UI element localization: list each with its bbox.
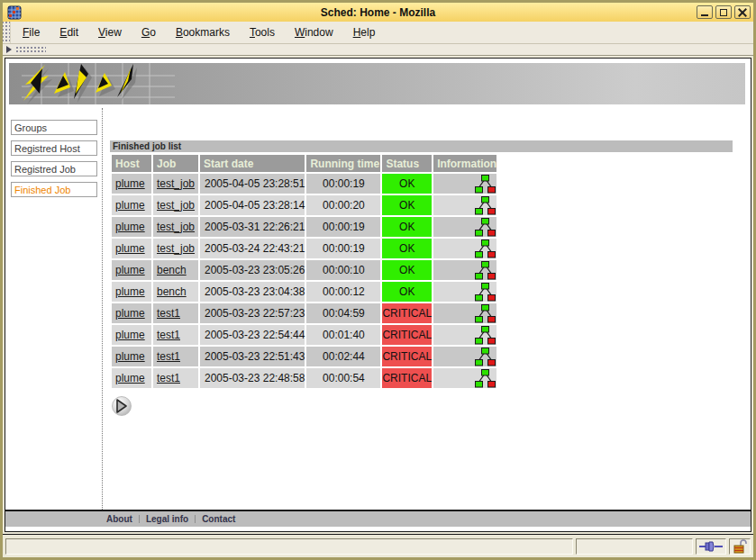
footer-link-contact[interactable]: Contact xyxy=(202,514,235,524)
job-tree-icon xyxy=(475,326,496,345)
job-link[interactable]: test1 xyxy=(157,350,180,363)
sidebar-item-registred-host[interactable]: Registred Host xyxy=(11,140,97,156)
collapsed-toolbar xyxy=(3,44,753,56)
information-cell[interactable] xyxy=(433,368,496,388)
start-date-cell: 2005-03-31 22:26:21 xyxy=(200,217,305,237)
job-link[interactable]: test_job xyxy=(157,199,195,212)
information-cell[interactable] xyxy=(433,325,496,345)
security-button[interactable] xyxy=(729,538,751,555)
menu-file[interactable]: File xyxy=(14,23,48,41)
start-date-cell: 2005-03-23 22:51:43 xyxy=(200,347,305,366)
host-link[interactable]: plume xyxy=(115,264,145,276)
host-link[interactable]: plume xyxy=(115,307,145,320)
job-tree-icon xyxy=(475,283,496,302)
job-tree-icon xyxy=(475,175,496,194)
sidebar-item-registred-job[interactable]: Registred Job xyxy=(11,161,97,176)
table-row: plume test_job 2005-03-31 22:26:21 00:00… xyxy=(112,217,496,237)
main-content: Finished job list HostJobStart dateRunni… xyxy=(102,108,751,510)
status-badge: CRITICAL xyxy=(382,303,432,323)
next-page-button[interactable] xyxy=(112,396,132,416)
host-link[interactable]: plume xyxy=(115,177,145,190)
start-date-cell: 2005-03-23 23:05:26 xyxy=(200,260,305,280)
footer-link-about[interactable]: About xyxy=(106,514,132,524)
host-link[interactable]: plume xyxy=(115,199,145,212)
job-link[interactable]: bench xyxy=(157,285,187,298)
host-link[interactable]: plume xyxy=(115,285,145,298)
running-time-cell: 00:00:20 xyxy=(306,195,380,215)
minimize-icon xyxy=(701,14,708,16)
toolbar-grippy-icon[interactable] xyxy=(3,22,11,43)
sidebar-item-groups[interactable]: Groups xyxy=(11,120,97,135)
column-header-job: Job xyxy=(153,155,198,172)
menu-go[interactable]: Go xyxy=(133,23,164,41)
unlock-icon xyxy=(733,539,747,554)
table-row: plume bench 2005-03-23 23:05:26 00:00:10… xyxy=(112,260,496,280)
table-row: plume test1 2005-03-23 22:57:23 00:04:59… xyxy=(112,303,496,323)
job-link[interactable]: test_job xyxy=(157,221,195,233)
information-cell[interactable] xyxy=(433,174,496,194)
information-cell[interactable] xyxy=(433,303,496,323)
running-time-cell: 00:04:59 xyxy=(306,303,380,323)
host-link[interactable]: plume xyxy=(115,329,145,341)
maximize-button[interactable] xyxy=(715,5,732,19)
page-layout: GroupsRegistred HostRegistred JobFinishe… xyxy=(5,108,751,510)
information-cell[interactable] xyxy=(433,282,496,302)
start-date-cell: 2005-03-23 22:48:58 xyxy=(200,368,305,388)
toolbar-expander-icon[interactable] xyxy=(6,46,12,53)
footer-separator xyxy=(195,515,196,523)
job-link[interactable]: test1 xyxy=(157,372,180,384)
status-badge: OK xyxy=(382,260,432,280)
start-date-cell: 2005-03-23 22:57:23 xyxy=(200,303,305,323)
host-link[interactable]: plume xyxy=(115,221,145,233)
table-row: plume test_job 2005-04-05 23:28:51 00:00… xyxy=(112,174,496,194)
toolbar-grippy-dots-icon[interactable] xyxy=(15,46,46,53)
job-link[interactable]: test_job xyxy=(157,177,195,190)
footer-link-legal-info[interactable]: Legal info xyxy=(146,514,188,524)
menu-window[interactable]: Window xyxy=(287,23,342,41)
minimize-button[interactable] xyxy=(697,5,713,19)
host-link[interactable]: plume xyxy=(115,350,145,363)
job-link[interactable]: test_job xyxy=(157,242,195,255)
footer: AboutLegal infoContact xyxy=(5,511,751,527)
information-cell[interactable] xyxy=(433,217,496,237)
banner xyxy=(9,63,745,104)
menu-bookmarks[interactable]: Bookmarks xyxy=(168,23,238,41)
running-time-cell: 00:01:40 xyxy=(306,325,380,345)
host-link[interactable]: plume xyxy=(115,242,145,255)
job-tree-icon xyxy=(475,369,496,388)
status-badge: OK xyxy=(382,217,432,237)
job-link[interactable]: bench xyxy=(157,264,187,276)
table-row: plume test1 2005-03-23 22:54:44 00:01:40… xyxy=(112,325,496,345)
status-text-panel xyxy=(5,538,573,555)
job-tree-icon xyxy=(475,239,496,258)
sched-logo xyxy=(22,63,202,104)
menu-edit[interactable]: Edit xyxy=(51,23,87,41)
status-badge: OK xyxy=(382,195,432,215)
online-status-button[interactable] xyxy=(696,538,726,555)
menu-view[interactable]: View xyxy=(90,23,130,41)
browser-window: Sched: Home - Mozilla FileEditViewGoBook… xyxy=(0,0,756,560)
menu-tools[interactable]: Tools xyxy=(241,23,283,41)
information-cell[interactable] xyxy=(433,239,496,258)
table-row: plume test1 2005-03-23 22:51:43 00:02:44… xyxy=(112,347,496,366)
menu-help[interactable]: Help xyxy=(345,23,384,41)
sidebar-item-finished-job[interactable]: Finished Job xyxy=(11,182,97,197)
information-cell[interactable] xyxy=(433,195,496,215)
running-time-cell: 00:02:44 xyxy=(306,347,380,366)
host-link[interactable]: plume xyxy=(115,372,145,384)
content-frame: GroupsRegistred HostRegistred JobFinishe… xyxy=(3,56,753,534)
job-link[interactable]: test1 xyxy=(157,307,180,320)
job-link[interactable]: test1 xyxy=(157,329,180,341)
information-cell[interactable] xyxy=(433,347,496,366)
titlebar[interactable]: Sched: Home - Mozilla xyxy=(3,3,753,22)
next-arrow-icon xyxy=(115,399,128,413)
close-icon xyxy=(738,8,747,17)
close-button[interactable] xyxy=(734,5,751,19)
statusbar xyxy=(3,534,753,557)
column-header-status: Status xyxy=(382,155,432,172)
start-date-cell: 2005-03-23 22:54:44 xyxy=(200,325,305,345)
section-title: Finished job list xyxy=(110,140,733,152)
footer-separator xyxy=(139,515,140,523)
information-cell[interactable] xyxy=(433,260,496,280)
menubar: FileEditViewGoBookmarksToolsWindowHelp xyxy=(3,22,753,44)
